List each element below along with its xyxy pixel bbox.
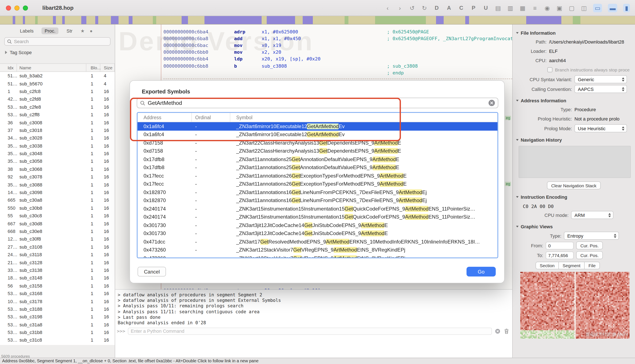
tab-labels[interactable]: Labels	[17, 28, 37, 34]
procedure-row[interactable]: 53…sub_c31a8116	[0, 321, 115, 328]
section-file-information[interactable]: File Information	[513, 30, 635, 36]
cancel-button[interactable]: Cancel	[138, 267, 166, 276]
symbol-search-field[interactable]	[137, 98, 498, 108]
section-instruction-encoding[interactable]: Instruction Encoding	[513, 194, 635, 200]
scope-file-button[interactable]: File	[584, 262, 600, 269]
entropy-graphic[interactable]: 掘金技术社区 @ MuYe	[520, 272, 629, 339]
procedure-row[interactable]: 665sub_c30a8116	[0, 196, 115, 204]
procedure-row[interactable]: 35…sub_c3058116	[0, 158, 115, 165]
procedure-row[interactable]: 1sub_c2fc8116	[0, 88, 115, 95]
procedure-row[interactable]: 53…sub_c2fe8116	[0, 103, 115, 111]
symbol-row[interactable]: 0x17dfb8-_ZN3art11annotations25GetAnnota…	[138, 164, 497, 172]
toolbar-icon[interactable]: ↺	[409, 4, 415, 12]
graphic-type-dropdown[interactable]: Entropy	[564, 232, 619, 240]
toolbar-icon[interactable]: ‹	[384, 4, 391, 12]
symbol-row[interactable]: 0x17fecc-_ZN3art11annotations26GetExcept…	[138, 180, 497, 188]
procedure-row[interactable]: 35…sub_c3048116	[0, 150, 115, 158]
toolbar-icon[interactable]: ≡	[532, 4, 538, 12]
toolbar-icon[interactable]: ◫	[581, 4, 587, 12]
segment-navigation-bar[interactable]	[0, 16, 635, 24]
symbol-row[interactable]: 0x182870-_ZN3art11annotations16GetLineNu…	[138, 196, 497, 204]
clear-search-icon[interactable]	[489, 100, 495, 106]
dot-tab-icon[interactable]: ●	[90, 28, 93, 34]
disasm-line[interactable]: 00000000000c6bb8bsub_c3808; sub_c3808	[115, 62, 512, 69]
toolbar-icon[interactable]: ▬	[608, 4, 617, 12]
go-button[interactable]: Go	[467, 267, 496, 276]
procedure-row[interactable]: 37sub_c3018116	[0, 126, 115, 134]
maximize-window-button[interactable]	[23, 5, 28, 10]
cpu-mode-dropdown[interactable]: ARM	[571, 211, 613, 219]
procedure-row[interactable]: 34…sub_c3028116	[0, 134, 115, 142]
disasm-line[interactable]: 00000000000c6ba4adrpx1, #0x625000; 0x625…	[115, 28, 512, 35]
symbol-row[interactable]: 0x473260-_ZNK3art12StackVisitor7GetVRegE…	[138, 254, 497, 258]
procedure-row[interactable]: 18…sub_c3148116	[0, 274, 115, 282]
disasm-line[interactable]: 00000000000c6ba8addx1, x1, #0x450; 0x625…	[115, 35, 512, 42]
tag-scope-disclosure[interactable]: Tag Scope	[0, 48, 115, 58]
toolbar-icon[interactable]: ▦	[519, 4, 526, 12]
procedure-row[interactable]: 53…sub_c3168116	[0, 290, 115, 298]
procedure-row[interactable]: 667sub_c30d8116	[0, 220, 115, 228]
procedure-table-header[interactable]: Idx Name Blo... Size	[0, 64, 115, 72]
procedure-row[interactable]: 36sub_c3008116	[0, 118, 115, 126]
branch-stop-checkbox[interactable]	[547, 67, 552, 72]
procedure-row[interactable]: 27…sub_c3108116	[0, 243, 115, 251]
minimize-window-button[interactable]	[15, 5, 20, 10]
procedure-row[interactable]: 56sub_c3158116	[0, 282, 115, 290]
procedure-row[interactable]: 38sub_c3068116	[0, 165, 115, 173]
entropy-canvas[interactable]	[520, 272, 629, 339]
disasm-line[interactable]: 00000000000c6bb0movx2, x20	[115, 49, 512, 56]
toolbar-icon[interactable]: ▮	[623, 4, 630, 12]
tab-strings[interactable]: Str	[64, 28, 75, 34]
procedure-row[interactable]: 12…sub_c30f8116	[0, 235, 115, 243]
symbol-row[interactable]: 0x182870-_ZN3art11annotations16GetLineNu…	[138, 188, 497, 196]
procedure-row[interactable]: 42…sub_c2fd8116	[0, 95, 115, 103]
procedure-row[interactable]: 14…sub_c3098116	[0, 188, 115, 196]
scope-section-button[interactable]: Section	[536, 262, 559, 269]
procedure-row[interactable]: 53…sub_c31b8116	[0, 328, 115, 336]
tab-procedures[interactable]: Proc.	[42, 28, 58, 34]
symbol-row[interactable]: 0x240174-_ZNK3art15instrumentation15Inst…	[138, 213, 497, 221]
prolog-mode-dropdown[interactable]: Use Heuristic	[574, 124, 627, 132]
toolbar-icon[interactable]: ▢	[568, 4, 575, 12]
procedure-row[interactable]: 53…sub_c31c8116	[0, 336, 115, 344]
close-window-button[interactable]	[6, 5, 11, 10]
symbol-row[interactable]: 0x1a6fc4-_ZN3art6mirror10Executable12Get…	[138, 130, 497, 139]
section-navigation-history[interactable]: Navigation History	[513, 136, 635, 143]
toolbar-icon[interactable]: ›	[397, 4, 403, 12]
symbol-table-header[interactable]: Address Ordinal Symbol	[138, 113, 497, 122]
to-field[interactable]: 7,774,656	[546, 251, 574, 259]
toolbar-icon[interactable]: D	[434, 4, 440, 12]
sidebar-search-field[interactable]	[4, 37, 110, 46]
trash-icon[interactable]	[503, 328, 510, 334]
toolbar-icon[interactable]: U	[483, 4, 489, 12]
procedure-row[interactable]: 51…sub_b3ab214	[0, 72, 115, 80]
procedure-row[interactable]: 53…sub_c2ff8116	[0, 111, 115, 118]
toolbar-icon[interactable]: C	[458, 4, 464, 12]
symbol-row[interactable]: 0x240174-_ZNK3art15instrumentation15Inst…	[138, 204, 497, 213]
toolbar-icon[interactable]: ▥	[507, 4, 514, 12]
procedure-row[interactable]: 53…sub_c3198116	[0, 313, 115, 321]
procedure-row[interactable]: 35…sub_c3038116	[0, 142, 115, 150]
scope-segment-button[interactable]: Segment	[558, 262, 585, 269]
toolbar-icon[interactable]: ◉	[544, 4, 550, 12]
section-graphic-views[interactable]: Graphic Views	[513, 223, 635, 230]
to-cur-pos-button[interactable]: Cur. Pos.	[576, 251, 603, 259]
toolbar-icon[interactable]: ▣	[556, 4, 563, 12]
procedure-row[interactable]: 53…sub_c3188116	[0, 305, 115, 313]
procedure-row[interactable]: 550sub_c30b8116	[0, 204, 115, 212]
procedure-row[interactable]: 21…sub_c3128116	[0, 258, 115, 266]
disasm-line[interactable]: 00000000000c6bb4ldpx20, x19, [sp], #0x20	[115, 56, 512, 62]
procedure-row[interactable]: 51…sub_b567014	[0, 80, 115, 88]
disasm-line[interactable]: 00000000000c6bacmovx0, x19	[115, 42, 512, 49]
symbol-search-input[interactable]	[148, 100, 486, 106]
disasm-line[interactable]: ; endp	[115, 69, 512, 76]
from-cur-pos-button[interactable]: Cur. Pos.	[576, 242, 603, 250]
toolbar-icon[interactable]: ↻	[421, 4, 428, 12]
star-tab-icon[interactable]: ★	[80, 28, 85, 34]
procedure-row[interactable]: 24…sub_c3118116	[0, 251, 115, 258]
procedure-row[interactable]: 10…sub_c3178116	[0, 298, 115, 305]
toolbar-icon[interactable]: ▤	[495, 4, 501, 12]
toolbar-icon[interactable]: P	[470, 4, 477, 12]
navigation-history-list[interactable]	[519, 146, 631, 178]
symbol-row[interactable]: 0x471dcc-_ZN3art17GetResolvedMethodEPNS_…	[138, 238, 497, 246]
